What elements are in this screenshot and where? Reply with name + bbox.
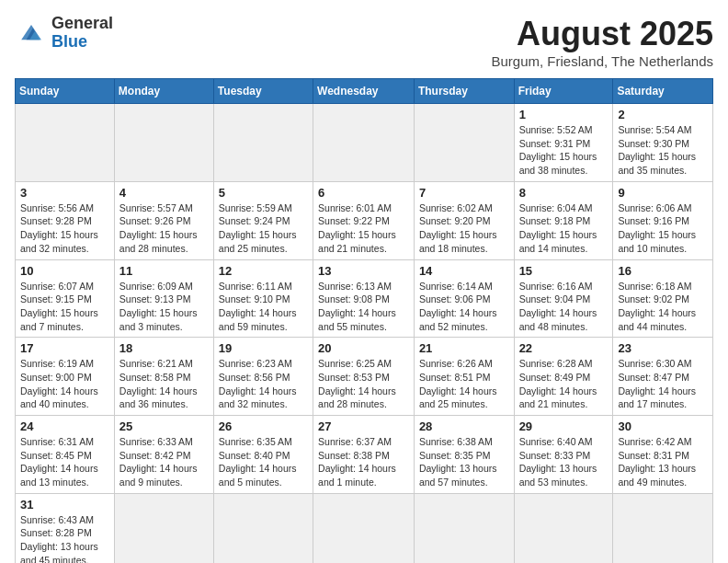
calendar-day-cell: 10Sunrise: 6:07 AM Sunset: 9:15 PM Dayli… xyxy=(16,259,115,338)
calendar-table: SundayMondayTuesdayWednesdayThursdayFrid… xyxy=(15,78,713,563)
calendar-day-cell: 12Sunrise: 6:11 AM Sunset: 9:10 PM Dayli… xyxy=(213,259,313,338)
day-number: 2 xyxy=(618,108,708,121)
calendar-week-row: 31Sunrise: 6:43 AM Sunset: 8:28 PM Dayli… xyxy=(16,493,713,563)
calendar-day-cell xyxy=(313,104,415,182)
calendar-day-cell: 3Sunrise: 5:56 AM Sunset: 9:28 PM Daylig… xyxy=(16,181,115,259)
calendar-week-row: 3Sunrise: 5:56 AM Sunset: 9:28 PM Daylig… xyxy=(16,181,713,259)
title-area: August 2025 Burgum, Friesland, The Nethe… xyxy=(491,15,713,69)
day-info: Sunrise: 6:25 AM Sunset: 8:53 PM Dayligh… xyxy=(318,357,409,411)
day-number: 4 xyxy=(119,186,209,200)
day-number: 10 xyxy=(20,264,109,278)
calendar-day-cell: 22Sunrise: 6:28 AM Sunset: 8:49 PM Dayli… xyxy=(514,338,613,416)
calendar-day-cell: 19Sunrise: 6:23 AM Sunset: 8:56 PM Dayli… xyxy=(213,338,313,416)
day-number: 5 xyxy=(219,186,308,200)
calendar-day-cell: 27Sunrise: 6:37 AM Sunset: 8:38 PM Dayli… xyxy=(313,416,415,494)
day-info: Sunrise: 6:09 AM Sunset: 9:13 PM Dayligh… xyxy=(119,280,209,334)
day-number: 9 xyxy=(618,186,708,200)
day-info: Sunrise: 6:23 AM Sunset: 8:56 PM Dayligh… xyxy=(219,357,308,411)
day-number: 16 xyxy=(618,264,708,278)
calendar-day-cell: 18Sunrise: 6:21 AM Sunset: 8:58 PM Dayli… xyxy=(114,338,213,416)
calendar-week-row: 17Sunrise: 6:19 AM Sunset: 9:00 PM Dayli… xyxy=(16,338,713,416)
day-number: 6 xyxy=(318,186,409,200)
calendar-day-cell xyxy=(313,493,415,563)
day-number: 28 xyxy=(419,419,509,433)
day-info: Sunrise: 6:06 AM Sunset: 9:16 PM Dayligh… xyxy=(618,201,708,256)
weekday-header-monday: Monday xyxy=(114,79,213,104)
day-number: 27 xyxy=(318,419,409,433)
calendar-day-cell: 8Sunrise: 6:04 AM Sunset: 9:18 PM Daylig… xyxy=(514,181,613,259)
page-header: GeneralBlue August 2025 Burgum, Frieslan… xyxy=(15,15,713,69)
calendar-day-cell xyxy=(114,493,213,563)
day-info: Sunrise: 6:28 AM Sunset: 8:49 PM Dayligh… xyxy=(519,357,609,411)
day-info: Sunrise: 5:57 AM Sunset: 9:26 PM Dayligh… xyxy=(119,201,209,256)
calendar-day-cell xyxy=(213,104,313,182)
day-info: Sunrise: 6:19 AM Sunset: 9:00 PM Dayligh… xyxy=(20,357,109,411)
calendar-day-cell: 9Sunrise: 6:06 AM Sunset: 9:16 PM Daylig… xyxy=(613,181,713,259)
calendar-day-cell: 25Sunrise: 6:33 AM Sunset: 8:42 PM Dayli… xyxy=(114,416,213,494)
weekday-header-thursday: Thursday xyxy=(414,79,514,104)
day-number: 19 xyxy=(219,341,308,355)
day-number: 26 xyxy=(219,419,308,433)
calendar-day-cell xyxy=(213,493,313,563)
calendar-day-cell: 4Sunrise: 5:57 AM Sunset: 9:26 PM Daylig… xyxy=(114,181,213,259)
calendar-day-cell: 5Sunrise: 5:59 AM Sunset: 9:24 PM Daylig… xyxy=(213,181,313,259)
day-info: Sunrise: 6:18 AM Sunset: 9:02 PM Dayligh… xyxy=(618,280,708,334)
day-info: Sunrise: 6:43 AM Sunset: 8:28 PM Dayligh… xyxy=(20,513,109,563)
calendar-day-cell: 14Sunrise: 6:14 AM Sunset: 9:06 PM Dayli… xyxy=(414,259,514,338)
calendar-day-cell: 11Sunrise: 6:09 AM Sunset: 9:13 PM Dayli… xyxy=(114,259,213,338)
day-number: 20 xyxy=(318,341,409,355)
calendar-day-cell: 23Sunrise: 6:30 AM Sunset: 8:47 PM Dayli… xyxy=(613,338,713,416)
location-subtitle: Burgum, Friesland, The Netherlands xyxy=(491,53,713,69)
calendar-day-cell xyxy=(514,493,613,563)
calendar-day-cell xyxy=(16,104,115,182)
day-info: Sunrise: 6:26 AM Sunset: 8:51 PM Dayligh… xyxy=(419,357,509,411)
calendar-day-cell xyxy=(613,493,713,563)
day-number: 13 xyxy=(318,264,409,278)
calendar-day-cell: 20Sunrise: 6:25 AM Sunset: 8:53 PM Dayli… xyxy=(313,338,415,416)
weekday-header-wednesday: Wednesday xyxy=(313,79,415,104)
weekday-header-friday: Friday xyxy=(514,79,613,104)
day-number: 23 xyxy=(618,341,708,355)
logo-text: GeneralBlue xyxy=(51,15,113,52)
day-info: Sunrise: 6:04 AM Sunset: 9:18 PM Dayligh… xyxy=(519,201,609,256)
day-info: Sunrise: 6:40 AM Sunset: 8:33 PM Dayligh… xyxy=(519,435,609,489)
weekday-header-tuesday: Tuesday xyxy=(213,79,313,104)
day-number: 14 xyxy=(419,264,509,278)
day-info: Sunrise: 6:21 AM Sunset: 8:58 PM Dayligh… xyxy=(119,357,209,411)
logo-icon xyxy=(15,17,48,50)
day-number: 8 xyxy=(519,186,609,200)
day-info: Sunrise: 6:11 AM Sunset: 9:10 PM Dayligh… xyxy=(219,280,308,334)
calendar-day-cell: 2Sunrise: 5:54 AM Sunset: 9:30 PM Daylig… xyxy=(613,104,713,182)
day-number: 30 xyxy=(618,419,708,433)
day-number: 29 xyxy=(519,419,609,433)
day-info: Sunrise: 6:33 AM Sunset: 8:42 PM Dayligh… xyxy=(119,435,209,489)
calendar-day-cell: 26Sunrise: 6:35 AM Sunset: 8:40 PM Dayli… xyxy=(213,416,313,494)
weekday-header-row: SundayMondayTuesdayWednesdayThursdayFrid… xyxy=(16,79,713,104)
day-info: Sunrise: 6:07 AM Sunset: 9:15 PM Dayligh… xyxy=(20,280,109,334)
calendar-day-cell: 1Sunrise: 5:52 AM Sunset: 9:31 PM Daylig… xyxy=(514,104,613,182)
calendar-day-cell: 24Sunrise: 6:31 AM Sunset: 8:45 PM Dayli… xyxy=(16,416,115,494)
day-info: Sunrise: 6:14 AM Sunset: 9:06 PM Dayligh… xyxy=(419,280,509,334)
weekday-header-sunday: Sunday xyxy=(16,79,115,104)
day-number: 18 xyxy=(119,341,209,355)
day-number: 24 xyxy=(20,419,109,433)
day-info: Sunrise: 6:42 AM Sunset: 8:31 PM Dayligh… xyxy=(618,435,708,489)
day-info: Sunrise: 5:52 AM Sunset: 9:31 PM Dayligh… xyxy=(519,123,609,178)
calendar-day-cell: 17Sunrise: 6:19 AM Sunset: 9:00 PM Dayli… xyxy=(16,338,115,416)
calendar-day-cell xyxy=(114,104,213,182)
day-info: Sunrise: 6:35 AM Sunset: 8:40 PM Dayligh… xyxy=(219,435,308,489)
day-number: 21 xyxy=(419,341,509,355)
weekday-header-saturday: Saturday xyxy=(613,79,713,104)
calendar-day-cell: 7Sunrise: 6:02 AM Sunset: 9:20 PM Daylig… xyxy=(414,181,514,259)
day-number: 11 xyxy=(119,264,209,278)
day-number: 12 xyxy=(219,264,308,278)
day-number: 31 xyxy=(20,498,109,511)
calendar-day-cell: 6Sunrise: 6:01 AM Sunset: 9:22 PM Daylig… xyxy=(313,181,415,259)
day-number: 3 xyxy=(20,186,109,200)
day-number: 15 xyxy=(519,264,609,278)
day-number: 17 xyxy=(20,341,109,355)
calendar-day-cell: 28Sunrise: 6:38 AM Sunset: 8:35 PM Dayli… xyxy=(414,416,514,494)
calendar-day-cell: 30Sunrise: 6:42 AM Sunset: 8:31 PM Dayli… xyxy=(613,416,713,494)
calendar-week-row: 24Sunrise: 6:31 AM Sunset: 8:45 PM Dayli… xyxy=(16,416,713,494)
day-info: Sunrise: 6:02 AM Sunset: 9:20 PM Dayligh… xyxy=(419,201,509,256)
